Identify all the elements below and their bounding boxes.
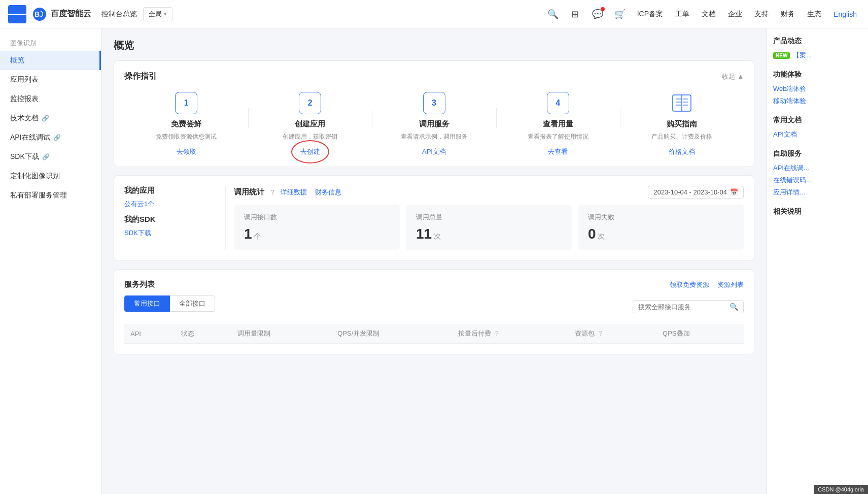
tab-common-interface[interactable]: 常用接口: [124, 295, 170, 312]
stat-failed-value: 0 次: [588, 226, 734, 242]
stat-failed-label: 调用失败: [588, 213, 734, 222]
step-5-link[interactable]: 价格文档: [669, 147, 695, 156]
step-5-desc: 产品购买、计费及价格: [651, 132, 712, 141]
stat-card-failed: 调用失败 0 次: [578, 205, 744, 250]
scope-arrow-icon: ▾: [164, 11, 167, 17]
sidebar-item-api-debug[interactable]: API在线调试 🔗: [0, 128, 101, 147]
my-apps-title: 我的应用: [124, 186, 217, 195]
pay-help-icon[interactable]: ?: [495, 330, 498, 337]
api-debug-link[interactable]: API在线调...: [773, 163, 862, 173]
service-list-header: 服务列表 领取免费资源 资源列表: [124, 280, 744, 289]
docs-button[interactable]: 文档: [699, 10, 719, 19]
nav-scope-selector[interactable]: 全局 ▾: [143, 7, 172, 21]
stat-total-value: 11 次: [416, 226, 562, 242]
support-button[interactable]: 支持: [751, 10, 772, 19]
apps-grid-button[interactable]: ⊞: [567, 6, 583, 22]
stat-interfaces-label: 调用接口数: [244, 213, 390, 222]
message-badge: [601, 7, 605, 11]
sidebar-item-custom-recognition[interactable]: 定制化图像识别: [0, 167, 101, 186]
search-bar: 🔍: [633, 300, 744, 313]
stat-interfaces-value: 1 个: [244, 226, 390, 242]
col-api: API: [124, 324, 175, 344]
stats-help-icon[interactable]: ?: [270, 188, 274, 196]
col-resource-pack: 资源包 ?: [569, 324, 656, 344]
search-icon: 🔍: [730, 303, 738, 311]
book-icon: [671, 92, 693, 114]
sidebar-item-label: 私有部署服务管理: [10, 191, 67, 200]
right-common-docs: 常用文档 API文档: [773, 116, 862, 139]
web-experience-link[interactable]: Web端体验: [773, 84, 862, 93]
bottom-hint: CSDN @404gloria: [814, 485, 868, 494]
right-common-docs-title: 常用文档: [773, 116, 862, 125]
app-detail-link[interactable]: 应用详情...: [773, 188, 862, 197]
finance-button[interactable]: 财务: [778, 10, 798, 19]
menu-button[interactable]: [8, 5, 26, 23]
api-docs-link[interactable]: API文档: [773, 130, 862, 139]
right-self-service-title: 自助服务: [773, 149, 862, 158]
collapse-button[interactable]: 收起 ▲: [722, 72, 744, 81]
stats-detail-link[interactable]: 详细数据: [281, 188, 307, 197]
guide-steps: 1 免费尝鲜 免费领取资源供您测试 去领取 2 创建应用 创建应用，获取密钥 去…: [124, 92, 744, 156]
resource-help-icon[interactable]: ?: [599, 330, 602, 337]
top-nav: B 百度智能云 控制台总览 全局 ▾ 🔍 ⊞ 💬 🛒 ICP备案 工单 文档 企…: [0, 0, 868, 28]
sdk-download-link[interactable]: SDK下载: [124, 228, 217, 238]
step-1-desc: 免费领取资源供您测试: [156, 132, 217, 141]
card-header: 操作指引 收起 ▲: [124, 71, 744, 82]
col-qps-limit: QPS/并发限制: [331, 324, 452, 344]
enterprise-button[interactable]: 企业: [725, 10, 745, 19]
sidebar-item-app-list[interactable]: 应用列表: [0, 70, 101, 89]
right-features-title: 功能体验: [773, 70, 862, 79]
service-table: API 状态 调用量限制 QPS/并发限制 按量后付费 ? 资源包 ? QPS叠…: [124, 324, 744, 344]
product-update-link[interactable]: 【案...: [793, 51, 812, 60]
resource-list-link[interactable]: 资源列表: [717, 280, 744, 289]
stats-finance-link[interactable]: 财务信息: [315, 188, 341, 197]
cart-button[interactable]: 🛒: [612, 6, 628, 22]
sidebar-item-private-deploy[interactable]: 私有部署服务管理: [0, 186, 101, 205]
english-button[interactable]: English: [830, 10, 860, 18]
right-product-title: 产品动态: [773, 37, 862, 46]
sidebar-item-sdk-download[interactable]: SDK下载 🔗: [0, 147, 101, 167]
stats-date-picker[interactable]: 2023-10-04 - 2023-10-04 📅: [648, 186, 744, 199]
step-3-link[interactable]: API文档: [422, 147, 446, 156]
sidebar-item-overview[interactable]: 概览: [0, 51, 101, 70]
message-button[interactable]: 💬: [589, 6, 606, 22]
apps-panel: 我的应用 公有云1个 我的SDK SDK下载: [124, 186, 226, 250]
free-resource-link[interactable]: 领取免费资源: [670, 280, 709, 289]
step-2-title: 创建应用: [295, 119, 325, 129]
sidebar-item-label: 监控报表: [10, 94, 39, 104]
search-button[interactable]: 🔍: [545, 6, 561, 22]
icp-button[interactable]: ICP备案: [634, 10, 666, 19]
sidebar-item-label: 概览: [10, 56, 24, 65]
step-1-link[interactable]: 去领取: [177, 147, 196, 156]
sidebar: 图像识别 概览 应用列表 监控报表 技术文档 🔗 API在线调试 🔗 SDK下载…: [0, 28, 101, 494]
service-search-input[interactable]: [638, 303, 730, 311]
guide-step-4: 4 查看用量 查看报表了解使用情况 去查看: [496, 92, 620, 156]
col-qps-add: QPS叠加: [656, 324, 744, 344]
step-2-link[interactable]: 去创建: [300, 148, 320, 155]
right-product-updates: 产品动态 NEW 【案...: [773, 37, 862, 60]
sidebar-item-tech-docs[interactable]: 技术文档 🔗: [0, 109, 101, 128]
tab-all-interface[interactable]: 全部接口: [170, 295, 215, 312]
stat-card-total: 调用总量 11 次: [406, 205, 572, 250]
right-related-title: 相关说明: [773, 207, 862, 216]
brand-name: 百度智能云: [51, 9, 91, 19]
service-list-links: 领取免费资源 资源列表: [670, 280, 744, 289]
work-order-button[interactable]: 工单: [672, 10, 692, 19]
sidebar-category: 图像识别: [0, 32, 101, 51]
main-layout: 图像识别 概览 应用列表 监控报表 技术文档 🔗 API在线调试 🔗 SDK下载…: [0, 28, 868, 494]
step-number-2: 2: [299, 92, 321, 114]
public-cloud-link[interactable]: 公有云1个: [124, 200, 217, 209]
error-code-link[interactable]: 在线错误码...: [773, 176, 862, 185]
sidebar-item-label: 技术文档: [10, 114, 39, 123]
step-4-link[interactable]: 去查看: [548, 147, 568, 156]
page-title: 概览: [114, 39, 754, 52]
mobile-experience-link[interactable]: 移动端体验: [773, 96, 862, 106]
stats-header: 调用统计 ? 详细数据 财务信息 2023-10-04 - 2023-10-04…: [234, 186, 744, 199]
stats-title: 调用统计: [234, 187, 264, 197]
service-list-card: 服务列表 领取免费资源 资源列表 常用接口 全部接口 🔍: [114, 269, 754, 354]
sidebar-item-monitor[interactable]: 监控报表: [0, 89, 101, 109]
ecology-button[interactable]: 生态: [804, 10, 824, 19]
step-2-desc: 创建应用，获取密钥: [283, 132, 337, 141]
external-link-icon: 🔗: [42, 115, 49, 122]
service-list-title: 服务列表: [124, 280, 155, 289]
